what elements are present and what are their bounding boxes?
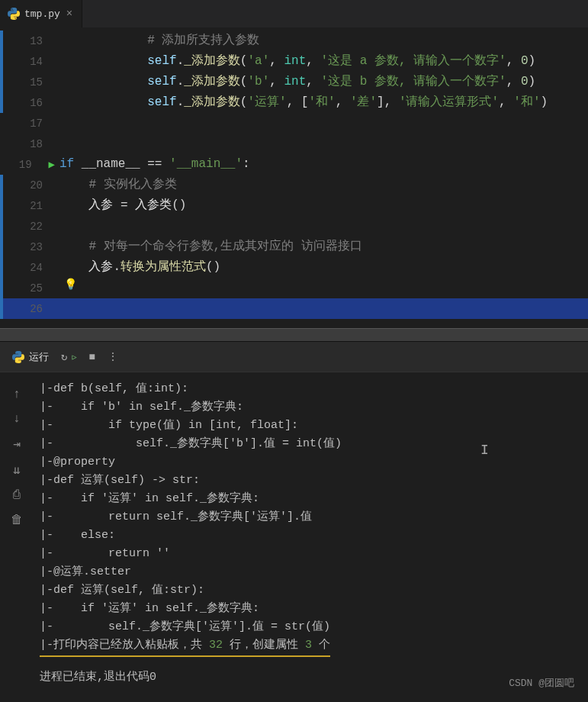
reload-icon[interactable]: ↻ [61, 350, 67, 363]
print-icon[interactable]: ⎙ [13, 488, 21, 502]
file-tab[interactable]: tmp.py × [0, 0, 82, 27]
console-line: |- self._参数字典['运算'].值 = str(值) [40, 618, 588, 636]
current-line[interactable] [0, 298, 588, 319]
code-line[interactable]: self._添加参数('a', int, '这是 a 参数, 请输入一个数字',… [59, 51, 588, 72]
stop-icon[interactable]: ■ [88, 351, 95, 363]
console-line: |-def 运算(self) -> str: [40, 472, 588, 490]
code-line[interactable] [59, 134, 588, 154]
lightbulb-icon[interactable]: 💡 [64, 278, 77, 291]
close-icon[interactable]: × [65, 8, 74, 20]
tab-filename: tmp.py [24, 8, 60, 20]
line-number: 18 [3, 138, 55, 150]
console-line: |- if 'b' in self._参数字典: [40, 398, 588, 417]
scroll-down-icon[interactable]: ↓ [13, 412, 21, 426]
line-number: 13 [3, 35, 55, 47]
tab-bar: tmp.py × [0, 0, 588, 27]
console-line: |-@property [40, 453, 588, 472]
console-summary-line: |-打印内容已经放入粘贴板，共 32 行，创建属性 3 个 [40, 636, 588, 655]
console-line: |- if '运算' in self._参数字典: [40, 490, 588, 508]
line-number: 17 [3, 118, 55, 130]
line-number: 15 [3, 76, 55, 89]
console-line: |-def b(self, 值:int): [40, 380, 588, 398]
line-number: 23 [3, 241, 55, 253]
console-line: |- else: [40, 526, 588, 545]
run-panel-header: 运行 ↻ ▷ ■ ⋮ [0, 342, 588, 372]
code-editor[interactable]: 13 14 15 16 17 18 19▶ 20 21 22 23 24 25 … [0, 27, 588, 328]
line-number: 22 [3, 221, 55, 233]
exit-message: 进程已结束,退出代码0 [40, 668, 588, 687]
console-line: |- if type(值) in [int, float]: [40, 417, 588, 435]
code-line[interactable]: # 添加所支持入参数 [59, 31, 588, 51]
console-line: |-@运算.setter [40, 563, 588, 581]
code-line[interactable]: 入参.转换为属性范式() [59, 257, 588, 278]
code-line[interactable]: self._添加参数('运算', ['和', '差'], '请输入运算形式', … [59, 92, 588, 113]
run-gutter-icon[interactable]: ▶ [49, 158, 55, 171]
line-number: 26 [3, 303, 55, 315]
line-gutter: 13 14 15 16 17 18 19▶ 20 21 22 23 24 25 … [0, 27, 55, 319]
run-tab[interactable]: 运行 [12, 350, 49, 364]
panel-divider[interactable] [0, 328, 588, 342]
line-number: 20 [3, 179, 55, 192]
line-number: 24 [3, 262, 55, 274]
console-line: |- return '' [40, 545, 588, 563]
console-line: |- if '运算' in self._参数字典: [40, 600, 588, 618]
console-line: |-def 运算(self, 值:str): [40, 581, 588, 600]
run-tab-label: 运行 [29, 350, 49, 364]
scroll-up-icon[interactable]: ↑ [13, 388, 21, 401]
code-line[interactable] [59, 216, 588, 237]
text-cursor-icon: I [480, 443, 489, 458]
code-line[interactable]: # 实例化入参类 [59, 175, 588, 195]
console-sidebar: ↑ ↓ ⇥ ⇊ ⎙ 🗑 [0, 372, 34, 702]
play-icon[interactable]: ▷ [72, 353, 76, 362]
soft-wrap-icon[interactable]: ⇥ [13, 436, 21, 452]
code-line[interactable] [59, 113, 588, 134]
trash-icon[interactable]: 🗑 [11, 513, 23, 527]
python-icon [12, 351, 24, 363]
more-icon[interactable]: ⋮ [108, 350, 118, 363]
python-icon [8, 8, 20, 20]
console-line: |- return self._参数字典['运算'].值 [40, 508, 588, 526]
code-area[interactable]: # 添加所支持入参数 self._添加参数('a', int, '这是 a 参数… [59, 27, 588, 319]
line-number: 16 [3, 97, 55, 109]
line-number: 19 [3, 159, 44, 171]
console-output[interactable]: |-def b(self, 值:int): |- if 'b' in self.… [40, 372, 588, 687]
code-line[interactable] [59, 278, 588, 298]
code-line[interactable]: # 对每一个命令行参数,生成其对应的 访问器接口 [59, 237, 588, 257]
watermark: CSDN @团圆吧 [509, 676, 574, 690]
console-output-panel: ↑ ↓ ⇥ ⇊ ⎙ 🗑 |-def b(self, 值:int): |- if … [0, 372, 588, 702]
line-number: 21 [3, 200, 55, 212]
line-number: 25 [3, 282, 55, 295]
console-line: |- self._参数字典['b'].值 = int(值) [40, 435, 588, 453]
code-line[interactable]: if __name__ == '__main__': [59, 154, 588, 175]
code-line[interactable]: self._添加参数('b', int, '这是 b 参数, 请输入一个数字',… [59, 72, 588, 92]
scroll-to-end-icon[interactable]: ⇊ [13, 462, 21, 478]
line-number: 14 [3, 56, 55, 68]
code-line[interactable]: 入参 = 入参类() [59, 195, 588, 216]
